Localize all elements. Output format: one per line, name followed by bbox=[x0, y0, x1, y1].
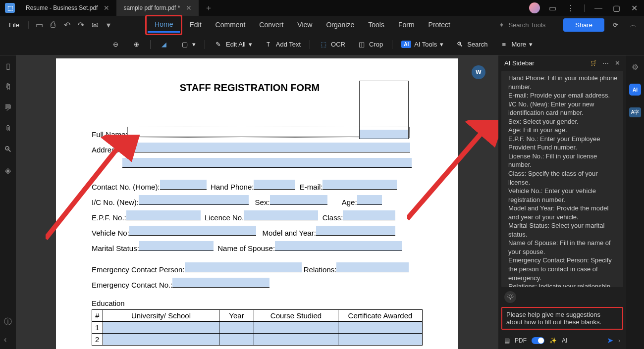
file-menu[interactable]: File bbox=[4, 21, 24, 29]
label-hand-phone: Hand Phone: bbox=[211, 183, 254, 191]
ai-toggle[interactable] bbox=[532, 337, 544, 344]
maximize-button[interactable]: ▢ bbox=[611, 3, 621, 13]
add-tab-button[interactable]: ＋ bbox=[199, 3, 218, 13]
tab-resume[interactable]: Resume - Business Set.pdf ✕ bbox=[19, 0, 116, 16]
field-spouse[interactable] bbox=[275, 241, 402, 251]
avatar[interactable] bbox=[529, 2, 540, 13]
menu-view[interactable]: View bbox=[290, 18, 319, 32]
ai-input[interactable]: Please help give me suggestions about ho… bbox=[501, 307, 623, 330]
education-table: # University/ School Year Course Studied… bbox=[92, 309, 423, 346]
field-cell[interactable] bbox=[338, 322, 423, 334]
field-emergency-person[interactable] bbox=[185, 262, 302, 272]
field-cell[interactable] bbox=[254, 334, 338, 346]
field-cell[interactable] bbox=[219, 322, 254, 334]
field-cell[interactable] bbox=[254, 322, 338, 334]
tab-label: Resume - Business Set.pdf bbox=[26, 4, 98, 11]
collapse-icon[interactable]: ︿ bbox=[626, 18, 640, 32]
field-cell[interactable] bbox=[103, 334, 219, 346]
menu-organize[interactable]: Organize bbox=[319, 18, 361, 32]
tab-label: sample pdf form.pdf * bbox=[123, 4, 180, 11]
close-icon[interactable]: ✕ bbox=[104, 4, 109, 12]
shape-button[interactable]: ▢▾ bbox=[175, 37, 201, 52]
layers-icon[interactable]: ◈ bbox=[5, 166, 11, 175]
word-icon[interactable]: W bbox=[472, 65, 485, 79]
pdf-page: STAFF REGISTRATION FORM Full Name: Addre… bbox=[56, 58, 458, 349]
zoom-in-button[interactable]: ⊕ bbox=[127, 37, 146, 52]
cart-icon[interactable]: 🛒︎ bbox=[590, 59, 596, 67]
ai-icon[interactable]: AI bbox=[629, 84, 641, 96]
field-class[interactable] bbox=[343, 210, 395, 220]
field-address-2[interactable] bbox=[122, 158, 412, 168]
comment-icon[interactable]: 💬︎ bbox=[4, 103, 12, 112]
more-icon[interactable]: ⋯ bbox=[602, 59, 609, 67]
mail-icon[interactable]: ✉ bbox=[88, 18, 102, 32]
field-sex[interactable] bbox=[270, 195, 327, 205]
field-vehicle[interactable] bbox=[129, 226, 256, 236]
field-cell[interactable] bbox=[338, 334, 423, 346]
menu-protect[interactable]: Protect bbox=[422, 18, 457, 32]
dropdown-icon[interactable]: ▾ bbox=[102, 18, 115, 32]
save-icon[interactable]: ▭ bbox=[32, 18, 46, 32]
field-model-year[interactable] bbox=[316, 226, 395, 236]
close-button[interactable]: ✕ bbox=[629, 3, 639, 13]
menu-convert[interactable]: Convert bbox=[252, 18, 290, 32]
document-area[interactable]: STAFF REGISTRATION FORM Full Name: Addre… bbox=[16, 55, 498, 349]
minimize-button[interactable]: — bbox=[593, 3, 603, 12]
field-contact-home[interactable] bbox=[160, 180, 207, 190]
chevron-right-icon[interactable]: › bbox=[618, 337, 620, 344]
highlight-button[interactable]: ◢ bbox=[155, 37, 173, 52]
field-cell[interactable] bbox=[219, 334, 254, 346]
send-button[interactable]: ➤ bbox=[607, 336, 613, 345]
search-button[interactable]: 🔍︎Search bbox=[450, 37, 492, 52]
crop-button[interactable]: ◫Crop bbox=[352, 37, 388, 52]
photo-field[interactable] bbox=[359, 81, 409, 139]
chevron-left-icon[interactable]: ‹ bbox=[4, 335, 6, 344]
add-text-button[interactable]: ＴAdd Text bbox=[259, 37, 306, 52]
edit-all-button[interactable]: ✎Edit All▾ bbox=[209, 37, 257, 52]
idea-icon[interactable]: 💡︎ bbox=[504, 291, 516, 303]
field-email[interactable] bbox=[322, 180, 397, 190]
field-cell[interactable] bbox=[103, 322, 219, 334]
label-marital: Marital Status: bbox=[92, 244, 139, 252]
label-email: E-mail: bbox=[300, 183, 323, 191]
thumbnails-icon[interactable]: ▯ bbox=[6, 61, 10, 71]
menu-comment[interactable]: Comment bbox=[209, 18, 253, 32]
field-age[interactable] bbox=[357, 195, 382, 205]
menu-form[interactable]: Form bbox=[391, 18, 422, 32]
zoom-out-button[interactable]: ⊖ bbox=[107, 37, 125, 52]
search-icon[interactable]: 🔍︎ bbox=[4, 145, 12, 154]
cloud-icon[interactable]: ⟳ bbox=[608, 18, 622, 32]
ocr-button[interactable]: ⬚OCR bbox=[314, 37, 350, 52]
undo-icon[interactable]: ↶ bbox=[60, 18, 74, 32]
search-tools-input[interactable]: Search Tools bbox=[508, 21, 545, 29]
share-button[interactable]: Share bbox=[563, 18, 604, 32]
field-ic-no[interactable] bbox=[139, 195, 249, 205]
bookmark-icon[interactable]: 🔖︎ bbox=[4, 83, 12, 92]
field-relations[interactable] bbox=[336, 262, 409, 272]
field-hand-phone[interactable] bbox=[254, 180, 295, 190]
more-button[interactable]: ≡More▾ bbox=[494, 37, 537, 52]
help-icon[interactable]: ⓘ bbox=[4, 317, 12, 327]
translate-icon[interactable]: A字 bbox=[629, 107, 642, 117]
menu-home[interactable]: Home bbox=[148, 17, 180, 33]
close-icon[interactable]: ✕ bbox=[615, 59, 620, 67]
ai-tools-button[interactable]: AIAI Tools▾ bbox=[396, 38, 448, 51]
field-licence[interactable] bbox=[244, 210, 318, 220]
print-icon[interactable]: ⎙ bbox=[46, 18, 60, 32]
attachment-icon[interactable]: 📎︎ bbox=[4, 124, 12, 133]
menu-tools[interactable]: Tools bbox=[361, 18, 391, 32]
row-num: 1 bbox=[92, 322, 103, 334]
ai-response-content[interactable]: Hand Phone: Fill in your mobile phone nu… bbox=[501, 71, 623, 287]
more-icon[interactable]: ⋮ bbox=[566, 3, 576, 13]
field-marital[interactable] bbox=[139, 241, 214, 251]
th-num: # bbox=[92, 310, 103, 322]
field-address-1[interactable] bbox=[121, 143, 410, 152]
chat-icon[interactable]: ▭ bbox=[548, 3, 558, 13]
field-emergency-no[interactable] bbox=[172, 278, 269, 288]
menu-edit[interactable]: Edit bbox=[182, 18, 208, 32]
redo-icon[interactable]: ↷ bbox=[74, 18, 88, 32]
close-icon[interactable]: ✕ bbox=[186, 4, 192, 12]
tab-sample-form[interactable]: sample pdf form.pdf * ✕ bbox=[116, 0, 199, 16]
field-epf[interactable] bbox=[126, 210, 201, 220]
settings-icon[interactable]: ⚙ bbox=[632, 62, 639, 72]
